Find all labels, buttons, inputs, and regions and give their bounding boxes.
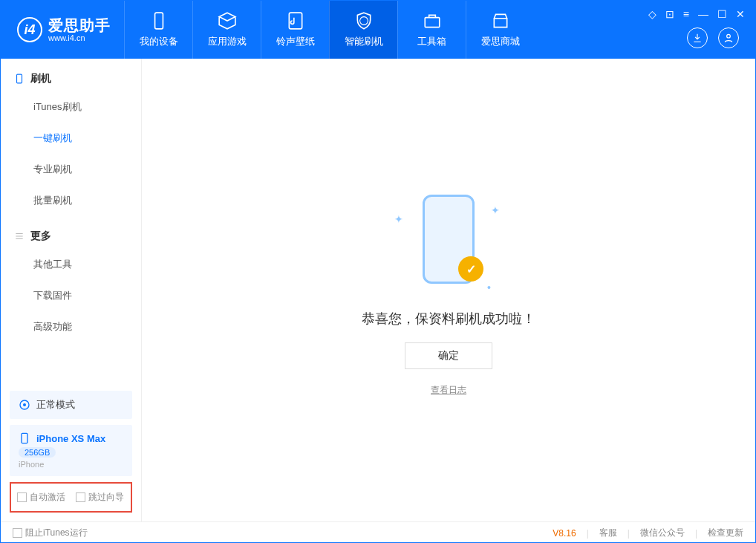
nav-smart-flash[interactable]: 智能刷机	[329, 1, 397, 59]
phone-icon	[14, 74, 25, 84]
footer-link-update[interactable]: 检查更新	[708, 527, 743, 539]
header-action-icons	[687, 27, 739, 48]
svg-point-3	[727, 34, 731, 38]
spark-icon: ✦	[394, 213, 403, 225]
nav-ringtones-wallpapers[interactable]: 铃声壁纸	[261, 1, 329, 59]
device-info-card[interactable]: iPhone XS Max 256GB iPhone	[10, 425, 132, 476]
checkbox-label: 阻止iTunes运行	[25, 527, 88, 539]
list-icon	[14, 231, 25, 241]
minimize-button[interactable]: —	[698, 8, 708, 20]
app-header: i4 爱思助手 www.i4.cn 我的设备 应用游戏 铃声壁纸 智能刷机 工具…	[1, 1, 755, 59]
sidebar-item-oneclick-flash[interactable]: 一键刷机	[1, 123, 141, 154]
device-icon	[19, 432, 30, 444]
top-nav: 我的设备 应用游戏 铃声壁纸 智能刷机 工具箱 爱思商城	[124, 1, 534, 59]
svg-rect-0	[154, 13, 163, 29]
sidebar-section-title: 刷机	[30, 72, 51, 85]
nav-label: 铃声壁纸	[276, 35, 315, 48]
nav-label: 工具箱	[417, 35, 446, 48]
shirt-icon[interactable]: ◇	[648, 8, 656, 20]
sidebar-item-other-tools[interactable]: 其他工具	[1, 249, 141, 280]
logo-area: i4 爱思助手 www.i4.cn	[1, 1, 124, 59]
nav-my-device[interactable]: 我的设备	[124, 1, 192, 59]
sidebar-item-pro-flash[interactable]: 专业刷机	[1, 154, 141, 185]
sidebar-section-title: 更多	[30, 230, 51, 243]
checkbox-label: 自动激活	[30, 491, 65, 504]
spark-icon: •	[487, 282, 491, 293]
flash-options-box: 自动激活 跳过向导	[10, 482, 132, 513]
auto-activate-checkbox[interactable]: 自动激活	[17, 491, 65, 504]
app-name: 爱思助手	[48, 17, 111, 33]
main-panel: ✦ ✦ • ✓ 恭喜您，保资料刷机成功啦！ 确定 查看日志	[142, 59, 755, 521]
device-area: 正常模式 iPhone XS Max 256GB iPhone 自动激活 跳过向…	[1, 385, 141, 521]
device-storage-badge: 256GB	[19, 447, 56, 458]
nav-shop[interactable]: 爱思商城	[466, 1, 534, 59]
app-url: www.i4.cn	[48, 33, 111, 42]
sidebar-item-download-firmware[interactable]: 下载固件	[1, 280, 141, 311]
status-bar: 阻止iTunes运行 V8.16 | 客服 | 微信公众号 | 检查更新	[1, 521, 755, 543]
feedback-icon[interactable]: ⊡	[665, 8, 674, 20]
svg-rect-4	[17, 74, 22, 83]
titlebar-controls: ◇ ⊡ ≡ — ☐ ✕	[648, 8, 745, 20]
device-type: iPhone	[19, 460, 123, 469]
device-mode-card[interactable]: 正常模式	[10, 391, 132, 419]
block-itunes-checkbox[interactable]: 阻止iTunes运行	[13, 527, 88, 539]
nav-label: 我的设备	[140, 35, 178, 48]
nav-apps-games[interactable]: 应用游戏	[192, 1, 261, 59]
sidebar-section-flash: 刷机	[1, 59, 141, 91]
menu-icon[interactable]: ≡	[683, 8, 689, 20]
success-illustration: ✦ ✦ • ✓	[393, 183, 504, 295]
mode-icon	[19, 399, 30, 411]
sidebar-section-more: 更多	[1, 216, 141, 249]
footer-link-support[interactable]: 客服	[599, 527, 617, 539]
close-button[interactable]: ✕	[736, 8, 745, 20]
svg-rect-7	[22, 433, 27, 443]
nav-label: 爱思商城	[481, 35, 520, 48]
version-label: V8.16	[553, 528, 576, 539]
device-name: iPhone XS Max	[36, 433, 105, 444]
checkbox-icon	[76, 492, 85, 502]
skip-guide-checkbox[interactable]: 跳过向导	[76, 491, 124, 504]
nav-label: 智能刷机	[345, 35, 383, 48]
logo-icon: i4	[17, 17, 42, 42]
maximize-button[interactable]: ☐	[717, 8, 727, 20]
checkbox-label: 跳过向导	[88, 491, 124, 504]
checkbox-icon	[13, 528, 22, 538]
device-mode-label: 正常模式	[36, 398, 75, 412]
sidebar-item-batch-flash[interactable]: 批量刷机	[1, 185, 141, 216]
sidebar-item-itunes-flash[interactable]: iTunes刷机	[1, 91, 141, 123]
check-icon: ✓	[458, 256, 483, 282]
nav-label: 应用游戏	[208, 35, 247, 48]
user-icon[interactable]	[718, 27, 739, 48]
nav-toolbox[interactable]: 工具箱	[397, 1, 466, 59]
success-message: 恭喜您，保资料刷机成功啦！	[362, 310, 535, 328]
footer-link-wechat[interactable]: 微信公众号	[640, 527, 685, 539]
checkbox-icon	[17, 492, 27, 502]
svg-rect-2	[425, 18, 440, 27]
ok-button[interactable]: 确定	[405, 342, 492, 369]
sidebar: 刷机 iTunes刷机 一键刷机 专业刷机 批量刷机 更多 其他工具 下载固件 …	[1, 59, 142, 521]
view-log-link[interactable]: 查看日志	[431, 384, 466, 397]
sidebar-item-advanced[interactable]: 高级功能	[1, 311, 141, 342]
download-icon[interactable]	[687, 27, 708, 48]
svg-point-6	[23, 403, 26, 406]
spark-icon: ✦	[491, 204, 500, 216]
